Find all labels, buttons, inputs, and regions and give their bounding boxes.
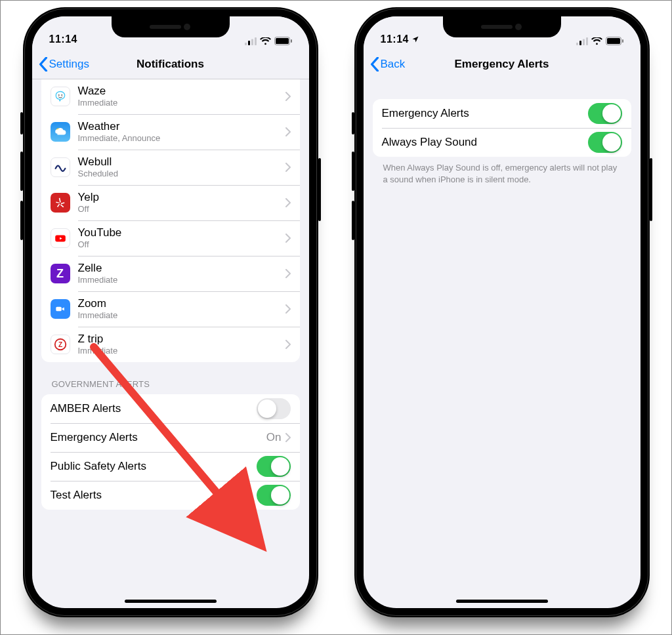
- app-row-weather[interactable]: WeatherImmediate, Announce: [41, 114, 300, 150]
- app-detail: Off: [78, 204, 285, 215]
- status-icons: [576, 37, 623, 45]
- status-time: 11:14: [381, 33, 419, 45]
- nav-bar: Back Emergency Alerts: [364, 49, 640, 79]
- chevron-left-icon: [370, 57, 379, 72]
- section-footer: When Always Play Sound is off, emergency…: [364, 157, 640, 185]
- chevron-right-icon: [285, 269, 291, 278]
- amber-alerts-row[interactable]: AMBER Alerts: [41, 394, 300, 423]
- svg-rect-16: [579, 41, 581, 45]
- chevron-right-icon: [285, 433, 291, 442]
- app-name: YouTube: [78, 226, 285, 239]
- svg-point-7: [58, 94, 59, 96]
- chevron-right-icon: [285, 304, 291, 314]
- svg-rect-6: [291, 39, 292, 43]
- app-name: Z trip: [78, 333, 285, 346]
- battery-icon: [274, 37, 292, 45]
- always-play-sound-switch[interactable]: [588, 132, 622, 153]
- content[interactable]: Emergency Alerts Always Play Sound When …: [364, 79, 640, 608]
- status-bar: 11:14: [364, 16, 640, 49]
- home-indicator[interactable]: [125, 600, 217, 603]
- test-alerts-row[interactable]: Test Alerts: [41, 481, 300, 510]
- app-detail: Immediate: [78, 275, 285, 285]
- home-indicator[interactable]: [456, 600, 548, 603]
- emergency-alerts-label: Emergency Alerts: [51, 431, 266, 444]
- app-detail: Immediate: [78, 310, 285, 321]
- public-safety-alerts-row[interactable]: Public Safety Alerts: [41, 452, 300, 481]
- wifi-icon: [260, 37, 271, 45]
- app-name: Webull: [78, 155, 285, 169]
- phone-frame-left: 11:14 Settings Notifications W: [23, 7, 318, 617]
- nav-bar: Settings Notifications: [32, 49, 309, 79]
- app-icon-weather: [51, 122, 70, 142]
- status-bar: 11:14: [32, 16, 309, 49]
- svg-rect-0: [245, 43, 247, 45]
- chevron-right-icon: [285, 234, 291, 243]
- battery-icon: [606, 37, 623, 45]
- back-button[interactable]: Settings: [39, 57, 89, 72]
- app-icon-yelp: [51, 193, 70, 213]
- app-icon-youtube: [51, 228, 70, 248]
- screen-emergency-alerts: 11:14 Back Emergency Alerts Emergency Al…: [364, 16, 640, 608]
- app-name: Weather: [78, 120, 285, 133]
- app-icon-zoom: [51, 299, 70, 319]
- government-alerts-group: AMBER Alerts Emergency Alerts On Public …: [41, 394, 300, 510]
- section-header-government-alerts: Government Alerts: [32, 362, 309, 394]
- emergency-alerts-value: On: [266, 431, 282, 444]
- app-detail: Immediate, Announce: [78, 133, 285, 144]
- app-detail: Immediate: [78, 346, 285, 356]
- chevron-right-icon: [285, 198, 291, 207]
- always-play-sound-row[interactable]: Always Play Sound: [373, 128, 631, 157]
- back-label: Back: [381, 58, 406, 71]
- emergency-alerts-row[interactable]: Emergency Alerts On: [41, 423, 300, 452]
- status-time: 11:14: [49, 33, 77, 45]
- chevron-right-icon: [285, 340, 291, 349]
- svg-point-8: [61, 94, 62, 96]
- app-row-webull[interactable]: WebullScheduled: [41, 150, 300, 185]
- amber-alerts-switch[interactable]: [257, 398, 291, 419]
- amber-alerts-label: AMBER Alerts: [51, 402, 257, 415]
- app-name: Waze: [78, 85, 285, 98]
- app-row-yelp[interactable]: YelpOff: [41, 185, 300, 220]
- public-safety-alerts-label: Public Safety Alerts: [51, 460, 257, 473]
- chevron-right-icon: [285, 163, 291, 172]
- back-label: Settings: [49, 58, 89, 71]
- svg-rect-11: [56, 307, 61, 312]
- app-name: Zoom: [78, 297, 285, 310]
- status-icons: [245, 37, 292, 45]
- test-alerts-switch[interactable]: [257, 485, 291, 506]
- app-icon-zelle: Z: [51, 264, 70, 283]
- back-button[interactable]: Back: [370, 57, 406, 72]
- test-alerts-label: Test Alerts: [51, 489, 257, 502]
- chevron-right-icon: [285, 92, 291, 101]
- app-row-youtube[interactable]: YouTubeOff: [41, 220, 300, 256]
- app-icon-waze: [51, 87, 70, 106]
- emergency-alerts-label: Emergency Alerts: [382, 107, 588, 120]
- svg-text:Z: Z: [58, 341, 62, 348]
- app-list-group: WazeImmediate WeatherImmediate, Announce: [41, 79, 300, 362]
- svg-rect-15: [576, 43, 578, 45]
- svg-rect-21: [622, 39, 623, 43]
- phone-frame-right: 11:14 Back Emergency Alerts Emergency Al…: [354, 7, 650, 617]
- app-name: Zelle: [78, 262, 285, 275]
- emergency-alerts-switch[interactable]: [588, 103, 622, 124]
- app-detail: Scheduled: [78, 169, 285, 179]
- svg-rect-5: [276, 38, 289, 44]
- app-row-waze[interactable]: WazeImmediate: [41, 79, 300, 114]
- emergency-alerts-toggle-row[interactable]: Emergency Alerts: [373, 99, 631, 128]
- cellular-icon: [245, 37, 257, 45]
- public-safety-alerts-switch[interactable]: [257, 456, 291, 477]
- cellular-icon: [576, 37, 588, 45]
- always-play-sound-label: Always Play Sound: [382, 136, 588, 149]
- chevron-left-icon: [39, 57, 48, 72]
- app-detail: Immediate: [78, 98, 285, 108]
- app-row-zelle[interactable]: Z ZelleImmediate: [41, 256, 300, 291]
- app-row-ztrip[interactable]: Z Z tripImmediate: [41, 327, 300, 362]
- chevron-right-icon: [285, 127, 291, 136]
- app-detail: Off: [78, 239, 285, 250]
- emergency-alerts-group: Emergency Alerts Always Play Sound: [373, 99, 631, 157]
- svg-rect-18: [586, 37, 588, 45]
- content[interactable]: WazeImmediate WeatherImmediate, Announce: [32, 79, 309, 608]
- app-row-zoom[interactable]: ZoomImmediate: [41, 291, 300, 327]
- svg-rect-3: [255, 37, 257, 45]
- svg-rect-2: [251, 39, 253, 45]
